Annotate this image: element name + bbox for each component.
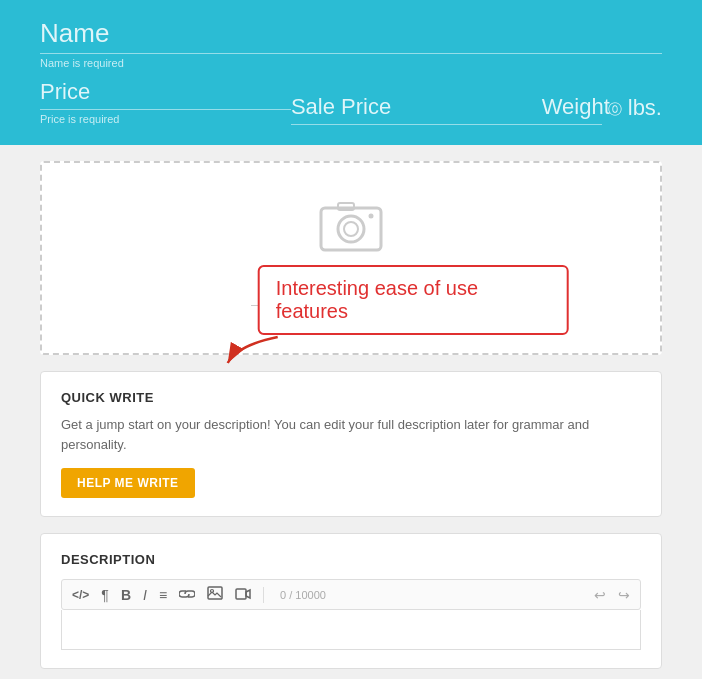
callout-overlay: Interesting ease of use features [258, 265, 569, 365]
svg-rect-6 [208, 587, 222, 599]
image-icon[interactable] [207, 586, 223, 603]
editor-body[interactable] [61, 610, 641, 650]
price-col: Price Price is required [40, 79, 291, 125]
weight-icon: ⓪ [608, 101, 622, 125]
quick-write-description: Get a jump start on your description! Yo… [61, 415, 641, 454]
name-field-row: Name Name is required [40, 18, 662, 69]
name-error: Name is required [40, 57, 662, 69]
svg-rect-8 [236, 589, 246, 599]
price-row: Price Price is required Sale Price Weigh… [40, 79, 662, 125]
callout-text: Interesting ease of use features [276, 277, 478, 322]
callout-bubble: Interesting ease of use features [258, 265, 569, 335]
redo-icon[interactable]: ↪ [618, 587, 630, 603]
price-label: Price [40, 79, 291, 110]
video-icon[interactable] [235, 587, 251, 603]
code-icon[interactable]: </> [72, 588, 89, 602]
sale-price-col: Sale Price [291, 94, 542, 125]
char-count: 0 / 10000 [280, 589, 326, 601]
toolbar-divider [263, 587, 264, 603]
upload-area-wrapper: DRAG & DROP TO UPLOAD OR Interesting eas… [40, 161, 662, 355]
editor-toolbar: </> ¶ B I ≡ [61, 579, 641, 610]
svg-point-2 [344, 222, 358, 236]
weight-label: Weight [542, 94, 602, 125]
svg-point-4 [369, 214, 374, 219]
quick-write-section: QUICK WRITE Get a jump start on your des… [40, 371, 662, 517]
help-me-write-button[interactable]: HELP ME WRITE [61, 468, 195, 498]
svg-point-1 [338, 216, 364, 242]
description-title: DESCRIPTION [61, 552, 641, 567]
price-error: Price is required [40, 113, 291, 125]
name-label: Name [40, 18, 662, 54]
weight-unit: lbs. [628, 95, 662, 125]
camera-icon [62, 193, 640, 263]
top-section: Name Name is required Price Price is req… [0, 0, 702, 145]
italic-icon[interactable]: I [143, 587, 147, 603]
bold-icon[interactable]: B [121, 587, 131, 603]
paragraph-icon[interactable]: ¶ [101, 587, 109, 603]
sale-price-label: Sale Price [291, 94, 542, 125]
link-icon[interactable] [179, 587, 195, 603]
main-content: DRAG & DROP TO UPLOAD OR Interesting eas… [0, 145, 702, 679]
weight-col: Weight ⓪ lbs. [542, 94, 662, 125]
quick-write-title: QUICK WRITE [61, 390, 641, 405]
description-section: DESCRIPTION </> ¶ B I ≡ [40, 533, 662, 669]
list-icon[interactable]: ≡ [159, 587, 167, 603]
undo-icon[interactable]: ↩ [594, 587, 606, 603]
